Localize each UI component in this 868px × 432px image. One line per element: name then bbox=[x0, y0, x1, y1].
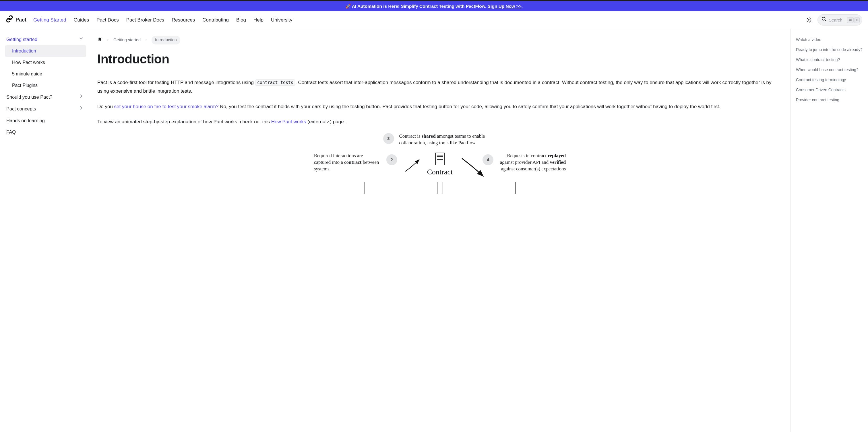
sidebar-faq[interactable]: FAQ bbox=[3, 126, 88, 138]
how-pact-works-diagram: 3 Contract is shared amongst teams to en… bbox=[97, 133, 782, 194]
nav-help[interactable]: Help bbox=[253, 16, 264, 24]
banner-text: AI Automation is Here! Simplify Contract… bbox=[352, 4, 487, 9]
nav-getting-started[interactable]: Getting Started bbox=[33, 16, 66, 24]
breadcrumb-current: Introduction bbox=[152, 36, 180, 44]
logo[interactable]: Pact bbox=[6, 15, 26, 25]
toc-item[interactable]: Watch a video bbox=[796, 35, 865, 45]
paragraph: Pact is a code-first tool for testing HT… bbox=[97, 78, 782, 96]
contract-label: Contract bbox=[427, 166, 453, 177]
step-4-caption: Requests in contract replayed against pr… bbox=[500, 153, 566, 172]
nav-pact-broker-docs[interactable]: Pact Broker Docs bbox=[126, 16, 164, 24]
table-of-contents: Watch a video Ready to jump into the cod… bbox=[790, 29, 868, 432]
how-pact-works-link[interactable]: How Pact works bbox=[271, 119, 306, 125]
sidebar-item-introduction[interactable]: Introduction bbox=[5, 45, 86, 57]
toc-item[interactable]: Contract testing terminology bbox=[796, 75, 865, 85]
contract-node: Contract bbox=[427, 153, 453, 177]
step-4-badge: 4 bbox=[483, 154, 493, 165]
paragraph: To view an animated step-by-step explana… bbox=[97, 118, 782, 126]
arrow-right-icon bbox=[459, 153, 476, 180]
banner-cta-link[interactable]: Sign Up Now >> bbox=[488, 4, 522, 9]
article-body: Pact is a code-first tool for testing HT… bbox=[97, 78, 782, 194]
external-link-icon: ↗ bbox=[327, 120, 330, 124]
breadcrumb: Getting started Introduction bbox=[97, 36, 782, 44]
theme-toggle-icon[interactable] bbox=[806, 17, 812, 23]
svg-line-10 bbox=[825, 20, 826, 21]
sidebar-item-5-minute-guide[interactable]: 5 minute guide bbox=[5, 68, 88, 80]
page-title: Introduction bbox=[97, 49, 782, 69]
main-content: Getting started Introduction Introductio… bbox=[89, 29, 790, 432]
document-icon bbox=[435, 153, 445, 165]
sidebar: Getting started Introduction How Pact wo… bbox=[0, 29, 89, 432]
sidebar-pact-concepts[interactable]: Pact concepts bbox=[3, 103, 88, 115]
search-icon bbox=[821, 16, 826, 24]
chevron-down-icon bbox=[79, 36, 84, 43]
toc-item[interactable]: Provider contract testing bbox=[796, 95, 865, 105]
sidebar-getting-started[interactable]: Getting started bbox=[3, 34, 88, 45]
primary-nav: Getting Started Guides Pact Docs Pact Br… bbox=[33, 16, 806, 24]
breadcrumb-separator-icon bbox=[145, 37, 148, 43]
smoke-alarm-link[interactable]: set your house on fire to test your smok… bbox=[114, 104, 219, 109]
announcement-banner: 🚀 AI Automation is Here! Simplify Contra… bbox=[0, 0, 868, 11]
nav-pact-docs[interactable]: Pact Docs bbox=[96, 16, 119, 24]
nav-blog[interactable]: Blog bbox=[236, 16, 246, 24]
toc-item[interactable]: Ready to jump into the code already? bbox=[796, 45, 865, 55]
banner-trailing: . bbox=[522, 4, 523, 9]
logo-icon bbox=[6, 15, 13, 25]
chevron-right-icon bbox=[79, 105, 84, 112]
step-2-caption: Required interactions are captured into … bbox=[314, 153, 380, 172]
toc-item[interactable]: What is contract testing? bbox=[796, 55, 865, 65]
toc-item[interactable]: Consumer Driven Contracts bbox=[796, 85, 865, 95]
brand-name: Pact bbox=[16, 16, 26, 24]
sidebar-item-how-pact-works[interactable]: How Pact works bbox=[5, 57, 88, 68]
breadcrumb-getting-started[interactable]: Getting started bbox=[113, 37, 141, 43]
sidebar-hands-on-learning[interactable]: Hands on learning bbox=[3, 115, 88, 127]
svg-point-0 bbox=[808, 19, 810, 21]
svg-line-3 bbox=[807, 18, 807, 19]
search-shortcut: ⌘ K bbox=[847, 17, 860, 23]
nav-resources[interactable]: Resources bbox=[172, 16, 195, 24]
sidebar-should-you-use-pact[interactable]: Should you use Pact? bbox=[3, 91, 88, 103]
chevron-right-icon bbox=[79, 94, 84, 101]
nav-contributing[interactable]: Contributing bbox=[203, 16, 229, 24]
nav-guides[interactable]: Guides bbox=[73, 16, 89, 24]
site-header: Pact Getting Started Guides Pact Docs Pa… bbox=[0, 11, 868, 29]
search-placeholder: Search bbox=[829, 17, 845, 24]
step-2-badge: 2 bbox=[386, 154, 397, 165]
breadcrumb-separator-icon bbox=[106, 37, 110, 43]
breadcrumb-home-icon[interactable] bbox=[97, 37, 102, 44]
paragraph: Do you set your house on fire to test yo… bbox=[97, 102, 782, 111]
banner-emoji: 🚀 bbox=[345, 4, 351, 9]
arrow-left-icon bbox=[404, 153, 421, 175]
step-3-caption: Contract is shared amongst teams to enab… bbox=[399, 133, 497, 146]
nav-university[interactable]: University bbox=[271, 16, 292, 24]
step-3-badge: 3 bbox=[383, 133, 394, 144]
diagram-connectors bbox=[97, 182, 782, 194]
inline-code: contract tests bbox=[255, 79, 296, 86]
svg-line-7 bbox=[807, 22, 807, 22]
search-button[interactable]: Search ⌘ K bbox=[817, 14, 862, 26]
sidebar-item-pact-plugins[interactable]: Pact Plugins bbox=[5, 80, 88, 91]
toc-item[interactable]: When would I use contract testing? bbox=[796, 65, 865, 75]
